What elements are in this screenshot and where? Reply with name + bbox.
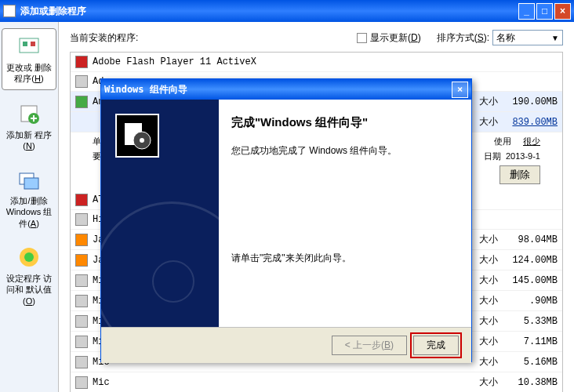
sort-value: 名称 bbox=[496, 31, 515, 45]
program-icon bbox=[75, 295, 88, 307]
program-icon bbox=[75, 336, 88, 348]
sidebar-item-defaults[interactable]: 设定程序 访问和 默认值(O) bbox=[2, 240, 56, 311]
close-button[interactable]: × bbox=[554, 3, 571, 20]
current-programs-label: 当前安装的程序: bbox=[70, 31, 341, 45]
size-value: 839.00MB bbox=[503, 117, 558, 128]
size-value: 5.33MB bbox=[503, 316, 558, 327]
size-label: 大小 bbox=[470, 95, 498, 108]
windows-components-icon bbox=[16, 167, 42, 192]
size-label: 大小 bbox=[470, 115, 498, 129]
sidebar-item-add-new[interactable]: 添加新 程序(N) bbox=[2, 96, 56, 157]
usage-label: 使用 bbox=[494, 136, 511, 146]
header-row: 当前安装的程序: 显示更新(D) 排序方式(S): 名称 ▼ bbox=[70, 30, 563, 45]
program-name: Mic bbox=[93, 377, 466, 388]
size-value: 145.00MB bbox=[503, 275, 558, 286]
wizard-close-button[interactable]: × bbox=[452, 82, 468, 98]
date-value: 2013-9-1 bbox=[506, 151, 540, 161]
svg-rect-0 bbox=[20, 38, 38, 53]
size-value: 7.11MB bbox=[503, 336, 558, 347]
size-label: 大小 bbox=[470, 274, 498, 287]
sort-label: 排序方式(S): bbox=[437, 31, 489, 45]
wizard-body: 完成"Windows 组件向导" 您已成功地完成了 Windows 组件向导。 … bbox=[101, 100, 471, 327]
program-icon bbox=[75, 274, 88, 287]
size-value: 5.16MB bbox=[503, 357, 558, 368]
sidebar: 更改或 删除 程序(H) 添加新 程序(N) 添加/删除 Windows 组件(… bbox=[0, 22, 59, 392]
wizard-dialog: Windows 组件向导 × 完成"Windows 组件向导" 您已成功地完成了… bbox=[100, 78, 472, 362]
window-controls: _ □ × bbox=[518, 3, 571, 20]
maximize-button[interactable]: □ bbox=[536, 3, 553, 20]
app-icon bbox=[3, 5, 16, 17]
size-label: 大小 bbox=[470, 314, 498, 328]
program-row[interactable]: Mic 大小 10.38MB bbox=[71, 372, 562, 392]
svg-rect-1 bbox=[23, 42, 27, 46]
program-icon bbox=[75, 254, 88, 267]
wizard-titlebar[interactable]: Windows 组件向导 × bbox=[101, 79, 471, 100]
sidebar-label: 添加新 程序(N) bbox=[3, 129, 55, 152]
size-label: 大小 bbox=[470, 376, 498, 389]
defaults-icon bbox=[16, 245, 42, 270]
size-value: 124.00MB bbox=[503, 255, 558, 266]
wizard-content: 完成"Windows 组件向导" 您已成功地完成了 Windows 组件向导。 … bbox=[219, 100, 471, 327]
size-label: 大小 bbox=[470, 294, 498, 307]
sort-control: 排序方式(S): 名称 ▼ bbox=[437, 30, 563, 45]
remove-button[interactable]: 删除 bbox=[500, 165, 540, 184]
usage-value: 很少 bbox=[523, 136, 540, 146]
main-titlebar: 添加或删除程序 _ □ × bbox=[0, 0, 574, 22]
program-icon bbox=[75, 194, 88, 206]
size-label: 大小 bbox=[470, 335, 498, 348]
program-icon bbox=[75, 56, 88, 68]
size-value: 190.00MB bbox=[503, 96, 558, 107]
date-label: 日期 bbox=[484, 151, 501, 161]
size-label: 大小 bbox=[470, 253, 498, 267]
size-label: 大小 bbox=[470, 355, 498, 368]
program-row[interactable]: Adobe Flash Player 11 ActiveX bbox=[71, 53, 562, 72]
program-icon bbox=[75, 213, 88, 226]
sidebar-label: 更改或 删除 程序(H) bbox=[4, 62, 54, 85]
program-icon bbox=[75, 315, 88, 328]
sidebar-label: 添加/删除 Windows 组件(A) bbox=[3, 195, 55, 229]
sort-dropdown[interactable]: 名称 ▼ bbox=[492, 30, 563, 45]
sidebar-item-windows-components[interactable]: 添加/删除 Windows 组件(A) bbox=[2, 162, 56, 234]
sidebar-label: 设定程序 访问和 默认值(O) bbox=[3, 273, 55, 307]
size-value: .90MB bbox=[503, 296, 558, 307]
cd-box-icon bbox=[115, 114, 159, 158]
size-value: 10.38MB bbox=[503, 377, 558, 388]
wizard-instruction: 请单击"完成"来关闭此向导。 bbox=[231, 252, 459, 265]
back-button: < 上一步(B) bbox=[332, 336, 407, 355]
program-icon bbox=[75, 376, 88, 389]
add-new-icon bbox=[16, 101, 42, 126]
program-icon bbox=[75, 75, 88, 88]
program-icon bbox=[75, 356, 88, 368]
svg-rect-2 bbox=[31, 42, 35, 46]
wizard-sidebar-image bbox=[101, 100, 219, 327]
sidebar-item-change-remove[interactable]: 更改或 删除 程序(H) bbox=[2, 28, 56, 90]
change-remove-icon bbox=[16, 34, 42, 59]
wizard-heading: 完成"Windows 组件向导" bbox=[231, 115, 459, 130]
program-icon bbox=[75, 96, 88, 108]
checkbox-icon bbox=[357, 33, 367, 43]
size-value: 98.04MB bbox=[503, 234, 558, 245]
svg-rect-6 bbox=[24, 178, 38, 189]
finish-button[interactable]: 完成 bbox=[413, 336, 459, 355]
chevron-down-icon: ▼ bbox=[551, 34, 559, 42]
cd-background-icon bbox=[101, 201, 219, 327]
show-updates-label: 显示更新(D) bbox=[370, 31, 421, 45]
svg-point-8 bbox=[24, 252, 34, 262]
minimize-button[interactable]: _ bbox=[518, 3, 535, 20]
wizard-title: Windows 组件向导 bbox=[104, 83, 452, 96]
program-name: Adobe Flash Player 11 ActiveX bbox=[93, 56, 558, 67]
show-updates-checkbox[interactable]: 显示更新(D) bbox=[357, 31, 421, 45]
svg-point-11 bbox=[140, 138, 144, 143]
wizard-footer: < 上一步(B) 完成 bbox=[101, 327, 471, 363]
wizard-message: 您已成功地完成了 Windows 组件向导。 bbox=[231, 144, 459, 158]
size-label: 大小 bbox=[470, 233, 498, 246]
window-title: 添加或删除程序 bbox=[20, 5, 518, 18]
program-icon bbox=[75, 234, 88, 246]
